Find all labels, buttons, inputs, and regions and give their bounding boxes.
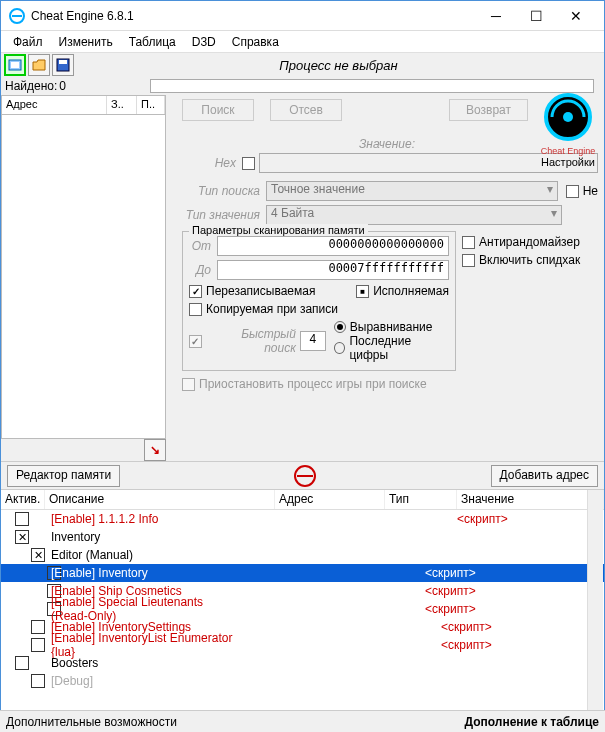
row-value: <скрипт> xyxy=(441,620,492,634)
address-list[interactable]: [Enable] 1.1.1.2 Info<скрипт>InventoryEd… xyxy=(1,510,604,690)
next-scan-button[interactable]: Отсев xyxy=(270,99,342,121)
save-button[interactable] xyxy=(52,54,74,76)
last-digits-label: Последние цифры xyxy=(349,334,449,362)
clear-list-icon[interactable] xyxy=(294,465,316,487)
row-value: <скрипт> xyxy=(457,512,508,526)
settings-link[interactable]: Настройки xyxy=(536,156,600,168)
table-row[interactable]: Inventory xyxy=(1,528,604,546)
writable-checkbox[interactable] xyxy=(189,285,202,298)
th-address[interactable]: Адрес xyxy=(275,490,385,509)
active-checkbox[interactable] xyxy=(31,548,45,562)
row-description: [Enable] 1.1.1.2 Info xyxy=(45,512,275,526)
active-checkbox[interactable] xyxy=(31,638,45,652)
menu-d3d[interactable]: D3D xyxy=(184,33,224,51)
scan-type-label: Тип поиска xyxy=(182,184,260,198)
found-count: 0 xyxy=(59,79,66,93)
app-icon xyxy=(9,8,25,24)
th-description[interactable]: Описание xyxy=(45,490,275,509)
executable-label: Исполняемая xyxy=(373,284,449,298)
fast-scan-label: Быстрый поиск xyxy=(210,327,296,355)
row-description: [Enable] InventoryList Enumerator {lua} xyxy=(45,631,259,659)
active-checkbox[interactable] xyxy=(15,512,29,526)
svg-point-7 xyxy=(563,112,573,122)
value-type-label: Тип значения xyxy=(182,208,260,222)
to-label: До xyxy=(189,263,211,277)
speedhack-checkbox[interactable] xyxy=(462,254,475,267)
unrandomizer-label: Антирандомайзер xyxy=(479,235,580,249)
col-address[interactable]: Адрес xyxy=(2,96,107,114)
alignment-input[interactable]: 4 xyxy=(300,331,326,351)
hex-label: Hex xyxy=(182,156,236,170)
last-digits-radio[interactable] xyxy=(334,342,346,354)
active-checkbox[interactable] xyxy=(31,674,45,688)
memory-view-button[interactable]: Редактор памяти xyxy=(7,465,120,487)
scrollbar[interactable] xyxy=(587,490,603,732)
row-description: Boosters xyxy=(45,656,275,670)
th-type[interactable]: Тип xyxy=(385,490,457,509)
value-type-select[interactable]: 4 Байта xyxy=(266,205,562,225)
hex-checkbox[interactable] xyxy=(242,157,255,170)
copy-on-write-checkbox[interactable] xyxy=(189,303,202,316)
row-description: [Enable] Special Lieutenants (Read-Only) xyxy=(45,595,243,623)
table-row[interactable]: Editor (Manual) xyxy=(1,546,604,564)
results-list[interactable] xyxy=(1,115,166,439)
table-row[interactable]: [Enable] InventoryList Enumerator {lua}<… xyxy=(1,636,604,654)
fast-scan-checkbox[interactable] xyxy=(189,335,202,348)
minimize-button[interactable]: ─ xyxy=(476,2,516,30)
col-value[interactable]: З.. xyxy=(107,96,137,114)
not-checkbox[interactable] xyxy=(566,185,579,198)
table-row[interactable]: [Enable] Special Lieutenants (Read-Only)… xyxy=(1,600,604,618)
unrandomizer-checkbox[interactable] xyxy=(462,236,475,249)
row-description: [Enable] Inventory xyxy=(45,566,243,580)
menu-file[interactable]: Файл xyxy=(5,33,51,51)
executable-checkbox[interactable] xyxy=(356,285,369,298)
logo-area[interactable]: Cheat Engine Настройки xyxy=(536,91,600,168)
table-row[interactable]: [Debug] xyxy=(1,672,604,690)
menu-help[interactable]: Справка xyxy=(224,33,287,51)
logo-caption: Cheat Engine xyxy=(536,146,600,156)
advanced-options-link[interactable]: Дополнительные возможности xyxy=(6,715,177,729)
process-status: Процесс не выбран xyxy=(75,58,602,73)
copy-on-write-label: Копируемая при записи xyxy=(206,302,338,316)
close-button[interactable]: ✕ xyxy=(556,2,596,30)
pause-game-label: Приостановить процесс игры при поиске xyxy=(199,377,427,391)
alignment-radio[interactable] xyxy=(334,321,346,333)
value-label: Значение: xyxy=(359,137,415,151)
scan-type-select[interactable]: Точное значение xyxy=(266,181,558,201)
active-checkbox[interactable] xyxy=(31,620,45,634)
table-row[interactable]: [Enable] Inventory<скрипт> xyxy=(1,564,604,582)
row-description: [Debug] xyxy=(45,674,259,688)
row-description: Editor (Manual) xyxy=(45,548,259,562)
progress-bar xyxy=(150,79,594,93)
add-to-address-list-button[interactable]: ↘ xyxy=(144,439,166,461)
first-scan-button[interactable]: Поиск xyxy=(182,99,254,121)
active-checkbox[interactable] xyxy=(15,656,29,670)
add-address-manual-button[interactable]: Добавить адрес xyxy=(491,465,598,487)
window-title: Cheat Engine 6.8.1 xyxy=(31,9,476,23)
found-label: Найдено: xyxy=(5,79,57,93)
open-file-button[interactable] xyxy=(28,54,50,76)
open-process-button[interactable] xyxy=(4,54,26,76)
th-active[interactable]: Актив. xyxy=(1,490,45,509)
range-start-input[interactable]: 0000000000000000 xyxy=(217,236,449,256)
table-extras-link[interactable]: Дополнение к таблице xyxy=(464,715,599,729)
menu-table[interactable]: Таблица xyxy=(121,33,184,51)
range-stop-input[interactable]: 00007fffffffffff xyxy=(217,260,449,280)
pause-game-checkbox[interactable] xyxy=(182,378,195,391)
row-value: <скрипт> xyxy=(441,638,492,652)
th-value[interactable]: Значение xyxy=(457,490,604,509)
undo-scan-button[interactable]: Возврат xyxy=(449,99,528,121)
alignment-label: Выравнивание xyxy=(350,320,433,334)
svg-rect-5 xyxy=(59,60,67,64)
table-row[interactable]: [Enable] 1.1.1.2 Info<скрипт> xyxy=(1,510,604,528)
speedhack-label: Включить спидхак xyxy=(479,253,580,267)
maximize-button[interactable]: ☐ xyxy=(516,2,556,30)
col-previous[interactable]: П.. xyxy=(137,96,165,114)
table-row[interactable]: Boosters xyxy=(1,654,604,672)
row-description: Inventory xyxy=(45,530,275,544)
from-label: От xyxy=(189,239,211,253)
memory-scan-options-title: Параметры сканирования памяти xyxy=(189,224,368,236)
active-checkbox[interactable] xyxy=(15,530,29,544)
menu-edit[interactable]: Изменить xyxy=(51,33,121,51)
row-value: <скрипт> xyxy=(425,584,476,598)
